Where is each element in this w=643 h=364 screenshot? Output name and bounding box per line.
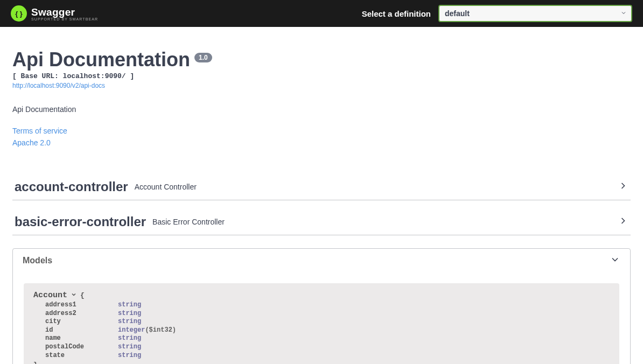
chevron-down-icon (610, 254, 620, 267)
models-header[interactable]: Models (13, 249, 630, 272)
model-property: citystring (33, 318, 610, 326)
tag-list: account-controller Account Controller ba… (12, 174, 631, 235)
tag-description: Account Controller (135, 183, 197, 191)
swagger-logo[interactable]: { } Swagger Supported by SMARTBEAR (11, 5, 98, 22)
chevron-right-icon (618, 180, 628, 193)
model-name-row[interactable]: Account { (33, 291, 610, 300)
tag-name: account-controller (15, 179, 128, 194)
swagger-logo-icon: { } (11, 5, 27, 22)
license-link[interactable]: Apache 2.0 (12, 138, 631, 147)
base-url: [ Base URL: localhost:9090/ ] (12, 72, 631, 80)
model-property: address1string (33, 301, 610, 310)
models-section: Models Account { address1stringaddress2s… (12, 248, 631, 364)
topbar: { } Swagger Supported by SMARTBEAR Selec… (0, 0, 643, 27)
tag-account-controller[interactable]: account-controller Account Controller (12, 174, 631, 200)
version-badge: 1.0 (194, 53, 212, 62)
api-description: Api Documentation (12, 105, 631, 114)
model-property: statestring (33, 352, 610, 360)
model-property: namestring (33, 334, 610, 343)
model-properties: address1stringaddress2stringcitystringid… (33, 301, 610, 360)
logo-subtitle: Supported by SMARTBEAR (31, 17, 98, 21)
model-account: Account { address1stringaddress2stringci… (24, 283, 619, 364)
tag-name: basic-error-controller (15, 214, 146, 229)
model-property: address2string (33, 310, 610, 318)
chevron-down-icon (71, 291, 77, 300)
model-name: Account (33, 291, 67, 300)
terms-of-service-link[interactable]: Terms of service (12, 127, 631, 135)
models-title: Models (23, 256, 52, 265)
page-title: Api Documentation (12, 48, 190, 71)
open-brace: { (80, 291, 85, 299)
logo-title: Swagger (31, 6, 98, 18)
tag-basic-error-controller[interactable]: basic-error-controller Basic Error Contr… (12, 209, 631, 235)
chevron-right-icon (618, 215, 628, 228)
close-brace: } (33, 361, 610, 364)
api-docs-link[interactable]: http://localhost:9090/v2/api-docs (12, 82, 105, 89)
definition-label: Select a definition (362, 9, 431, 18)
definition-selector: Select a definition default (362, 5, 632, 22)
definition-select[interactable]: default (438, 5, 632, 22)
tag-description: Basic Error Controller (152, 218, 225, 226)
model-property: postalCodestring (33, 343, 610, 352)
model-property: idinteger($int32) (33, 326, 610, 335)
